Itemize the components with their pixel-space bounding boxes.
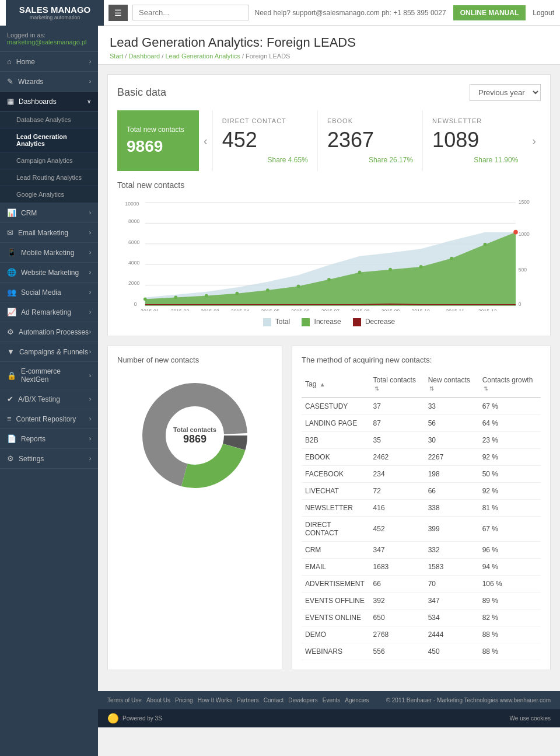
footer-link[interactable]: Developers [288,697,318,703]
sidebar-item-wizards[interactable]: ✎ Wizards › [0,72,98,92]
chevron-right-icon: › [89,349,91,355]
stats-prev-button[interactable]: ‹ [199,110,212,171]
sidebar-item-website-marketing[interactable]: 🌐 Website Marketing › [0,263,98,283]
sidebar-label-dashboards: Dashboards [19,97,57,106]
chevron-right-icon: › [89,455,91,462]
sidebar-item-ad-remarketing[interactable]: 📈 Ad Remarketing › [0,302,98,322]
cell-new: 2444 [425,626,479,643]
lower-section: Number of new contacts Total contacts [107,346,551,670]
legend-increase-box [302,318,310,326]
sidebar-item-social-media[interactable]: 👥 Social Media › [0,283,98,302]
cell-new: 66 [425,482,479,499]
sidebar-item-mobile-marketing[interactable]: 📱 Mobile Marketing › [0,243,98,263]
legend-total-box [263,318,271,326]
cell-growth: 82 % [479,609,541,626]
contacts-table-card: The method of acquiring new contacts: Ta… [292,346,551,670]
page-header: Lead Generation Analytics: Foreign LEADS… [98,26,560,65]
breadcrumb-start[interactable]: Start [110,53,123,60]
table-row: LANDING PAGE 87 56 64 % [302,414,541,431]
settings-icon: ⚙ [7,454,14,463]
total-value: 9869 [127,137,190,156]
sidebar-item-dashboards[interactable]: ▦ Dashboards ∨ [0,92,98,112]
chart-svg: 0 2000 4000 6000 8000 10000 0 500 1000 1… [117,194,541,311]
sidebar-item-settings[interactable]: ⚙ Settings › [0,449,98,469]
year-select[interactable]: Previous year Current year [470,84,541,101]
stat-value-ebook: 2367 [327,128,413,152]
sidebar-item-automation[interactable]: ⚙ Automation Processes › [0,322,98,342]
cell-new: 198 [425,465,479,482]
cell-total: 452 [370,516,425,541]
sidebar-sub-lead-routing[interactable]: Lead Routing Analytics [0,169,98,186]
svg-text:0: 0 [134,301,137,307]
cell-growth: 88 % [479,643,541,660]
sidebar-item-campaigns[interactable]: ▼ Campaigns & Funnels › [0,342,98,362]
stat-ebook: EBOOK 2367 Share 26.17% [317,110,422,171]
legend-total: Total [263,318,290,326]
sidebar-label-mobile: Mobile Marketing [21,249,74,257]
online-manual-button[interactable]: ONLINE MANUAL [453,5,526,20]
sidebar-sub-database-analytics[interactable]: Database Analytics [0,112,98,128]
ecommerce-icon: 🔒 [7,371,16,380]
chart-container: Total new contacts 0 2000 4000 6000 8000… [117,180,541,326]
cell-total: 347 [370,541,425,558]
col-new[interactable]: New contacts ⇅ [425,371,479,398]
ab-icon: ✔ [7,395,13,403]
footer-link[interactable]: How It Works [198,697,232,703]
col-growth[interactable]: Contacts growth ⇅ [479,371,541,398]
svg-text:0: 0 [519,301,522,307]
cell-new: 33 [425,398,479,415]
footer-link[interactable]: Contact [264,697,284,703]
chevron-right-icon: › [89,249,91,256]
sidebar-item-reports[interactable]: 📄 Reports › [0,429,98,449]
footer-link[interactable]: Pricing [175,697,193,703]
sidebar-label-ecommerce: E-commerce NextGen [21,367,89,384]
sidebar-item-home[interactable]: ⌂ Home › [0,52,98,72]
sidebar-sub-google-analytics[interactable]: Google Analytics [0,186,98,203]
svg-point-22 [266,288,270,292]
cell-total: 2768 [370,626,425,643]
sidebar-item-content-repo[interactable]: ≡ Content Repository › [0,409,98,429]
menu-toggle-button[interactable]: ☰ [108,5,128,21]
col-total[interactable]: Total contacts ⇅ [370,371,425,398]
search-input[interactable] [132,5,249,20]
sidebar: Logged in as: marketing@salesmanago.pl ⌂… [0,26,98,756]
sidebar-item-email-marketing[interactable]: ✉ Email Marketing › [0,223,98,243]
footer-link[interactable]: Agencies [345,697,369,703]
sidebar-item-ab-testing[interactable]: ✔ A/B/X Testing › [0,389,98,409]
logo-sub: marketing automation [19,15,91,20]
footer-link[interactable]: Events [323,697,341,703]
sidebar-label-ab: A/B/X Testing [18,395,60,403]
sidebar-sub-campaign-analytics[interactable]: Campaign Analytics [0,152,98,169]
svg-text:2015-09: 2015-09 [382,308,400,311]
cell-tag: EMAIL [302,558,370,575]
svg-point-19 [174,296,177,299]
chevron-right-icon: › [89,416,91,422]
chevron-right-icon: › [89,396,91,402]
sidebar-label-crm: CRM [21,209,37,217]
stat-value-newsletter: 1089 [432,128,518,152]
footer-link[interactable]: Terms of Use [107,697,142,703]
footer-link[interactable]: About Us [146,697,170,703]
breadcrumb-dashboard[interactable]: Dashboard [128,53,160,60]
col-tag[interactable]: Tag ▲ [302,371,370,398]
stat-share-newsletter: Share 11.90% [432,156,518,164]
breadcrumb-current: Foreign LEADS [246,53,290,60]
logo: SALES MANAGO marketing automation [6,0,104,26]
svg-text:6000: 6000 [128,239,139,245]
cell-tag: CRM [302,541,370,558]
footer-link[interactable]: Partners [237,697,259,703]
table-row: DEMO 2768 2444 88 % [302,626,541,643]
svg-text:1000: 1000 [519,231,530,237]
cell-tag: NEWSLETTER [302,499,370,516]
sidebar-sub-lead-generation[interactable]: Lead Generation Analytics [0,128,98,152]
breadcrumb-lead-gen[interactable]: Lead Generation Analytics [165,53,240,60]
email-icon: ✉ [7,228,13,237]
stats-next-button[interactable]: › [527,110,541,171]
stat-share-direct: Share 4.65% [222,156,308,164]
cell-growth: 92 % [479,482,541,499]
sidebar-item-ecommerce[interactable]: 🔒 E-commerce NextGen › [0,362,98,389]
sidebar-label-automation: Automation Processes [19,328,89,336]
cell-total: 234 [370,465,425,482]
sidebar-item-crm[interactable]: 📊 CRM › [0,203,98,223]
logout-button[interactable]: Logout [533,9,554,17]
